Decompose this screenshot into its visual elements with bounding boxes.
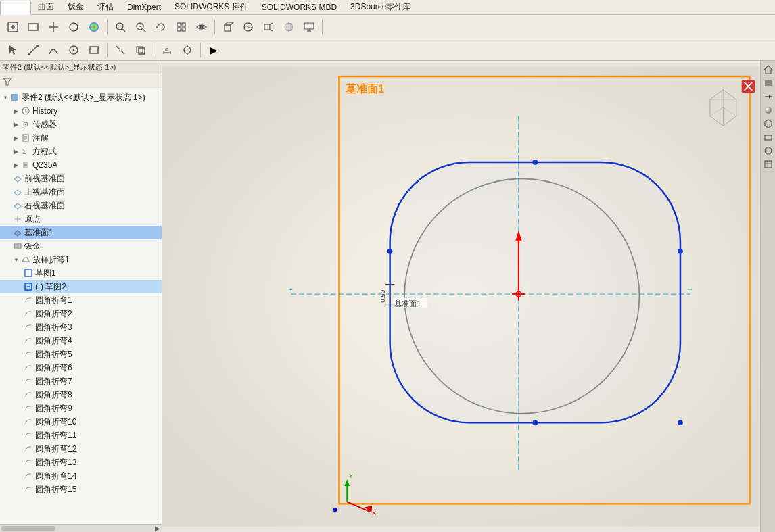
toolbar-rotate-btn[interactable] [151, 18, 170, 37]
menu-item-3dsource[interactable]: 3DSource零件库 [344, 0, 417, 14]
svg-marker-20 [225, 22, 233, 25]
toolbar-display-btn[interactable] [239, 18, 258, 37]
menu-item-banjin[interactable]: 钣金 [61, 0, 91, 14]
svg-point-6 [70, 23, 78, 31]
canvas-area[interactable]: 基准面1 + + [162, 61, 760, 532]
menu-item-sw-mbd[interactable]: SOLIDWORKS MBD [255, 0, 344, 14]
tree-item-bend13[interactable]: 圆角折弯13 [0, 456, 162, 469]
main-viewport[interactable]: 基准面1 + + [162, 61, 760, 532]
toolbar-cube-btn[interactable] [218, 18, 237, 37]
bend4-icon [23, 335, 34, 346]
tree-item-bend11[interactable]: 圆角折弯11 [0, 429, 162, 442]
tree-item-bend10[interactable]: 圆角折弯10 [0, 415, 162, 429]
expand-part[interactable] [1, 93, 9, 101]
expand-sensor[interactable] [12, 120, 20, 128]
scroll-thumb[interactable] [1, 526, 55, 531]
tb2-rect2[interactable] [85, 41, 103, 59]
close-x-button[interactable] [742, 80, 755, 93]
tree-item-history[interactable]: History [0, 104, 162, 118]
tb2-trim[interactable] [111, 41, 130, 59]
part-label: 零件2 (默认<<默认>_显示状态 1>) [22, 92, 145, 103]
tree-item-loft-bend[interactable]: 放样折弯1 [0, 253, 162, 266]
toolbar-sketch-btn[interactable] [3, 18, 22, 37]
toolbar-sphere-btn[interactable] [279, 18, 298, 37]
tree-item-bend5[interactable]: 圆角折弯5 [0, 347, 162, 361]
note-icon [20, 132, 31, 143]
tree-item-bend3[interactable]: 圆角折弯3 [0, 320, 162, 334]
menu-item-qumian[interactable]: 曲面 [31, 0, 61, 14]
tree-item-bend1[interactable]: 圆角折弯1 [0, 293, 162, 307]
tb2-line[interactable] [24, 41, 43, 59]
toolbar-rect-btn[interactable] [24, 18, 43, 37]
svg-line-24 [270, 23, 273, 24]
front-plane-label: 前视基准面 [24, 173, 65, 185]
sketch1-label: 草图1 [35, 268, 56, 279]
tb2-select[interactable] [3, 41, 22, 59]
toolbar-color-btn[interactable] [85, 18, 103, 37]
tb2-smart-dim[interactable]: Ø [158, 41, 177, 59]
toolbar-monitor-btn[interactable] [300, 18, 319, 37]
tree-item-ref-plane1[interactable]: 基准面1 [0, 226, 162, 239]
tree-item-eq[interactable]: Σ 方程式 [0, 145, 162, 158]
svg-point-26 [285, 23, 293, 31]
menu-item-sw-plugin[interactable]: SOLIDWORKS 插件 [168, 0, 255, 14]
expand-loft[interactable] [12, 256, 20, 264]
expand-eq[interactable] [12, 147, 20, 155]
toolbar-section-btn[interactable] [259, 18, 278, 37]
tree-item-sketch1[interactable]: 草图1 [0, 266, 162, 280]
tree-item-bend8[interactable]: 圆角折弯8 [0, 388, 162, 402]
svg-rect-16 [177, 28, 181, 31]
eq-icon: Σ [20, 146, 31, 157]
expand-material[interactable] [12, 161, 20, 169]
tree-item-top-plane[interactable]: 上视基准面 [0, 185, 162, 199]
tree-item-note[interactable]: 注解 [0, 131, 162, 145]
toolbar-view-btn[interactable] [192, 18, 211, 37]
bend10-icon [23, 416, 34, 427]
tb2-more[interactable]: ▶ [204, 41, 223, 59]
tree-item-origin[interactable]: 原点 [0, 212, 162, 226]
expand-note[interactable] [12, 134, 20, 142]
toolbar-zoom-fit-btn[interactable] [131, 18, 150, 37]
feature-tree[interactable]: 零件2 (默认<<默认>_显示状态 1>) History 传感器 [0, 89, 162, 524]
note-label: 注解 [32, 132, 49, 144]
tb2-circle2[interactable] [64, 41, 83, 59]
toolbar-zoom-btn[interactable] [111, 18, 130, 37]
tree-item-bend12[interactable]: 圆角折弯12 [0, 442, 162, 456]
svg-text:Ø: Ø [165, 47, 168, 51]
svg-point-7 [89, 22, 99, 32]
toolbar-circle-btn[interactable] [64, 18, 83, 37]
expand-history[interactable] [12, 107, 20, 115]
tree-item-bend15[interactable]: 圆角折弯15 [0, 483, 162, 496]
tb2-offset[interactable] [131, 41, 150, 59]
menu-item-pinggu[interactable]: 评估 [91, 0, 120, 14]
tree-item-material[interactable]: Q235A [0, 158, 162, 172]
tree-item-sketch2[interactable]: (-) 草图2 [0, 280, 162, 293]
eq-label: 方程式 [32, 146, 57, 158]
tree-item-front-plane[interactable]: 前视基准面 [0, 172, 162, 185]
tree-item-bend9[interactable]: 圆角折弯9 [0, 402, 162, 415]
scroll-right-arrow[interactable]: ▶ [155, 525, 160, 532]
sketch1-icon [23, 268, 34, 279]
tree-item-sensor[interactable]: 传感器 [0, 118, 162, 131]
ctrl-pt-bottom [532, 420, 538, 425]
sketch-label-text: 基准面1 [346, 83, 384, 95]
tree-item-part-root[interactable]: 零件2 (默认<<默认>_显示状态 1>) [0, 91, 162, 104]
menu-item-dimxpert[interactable]: DimXpert [120, 0, 168, 14]
tree-item-right-plane[interactable]: 右视基准面 [0, 199, 162, 212]
left-panel-scrollbar[interactable]: ▶ [0, 524, 162, 532]
ctrl-pt-right-top [678, 249, 683, 254]
tb2-arc[interactable] [44, 41, 63, 59]
main-layout: 零件2 (默认<<默认>_显示状态 1>) 零件2 (默认<<默认>_显示状态 … [0, 61, 775, 532]
tree-item-bend4[interactable]: 圆角折弯4 [0, 334, 162, 347]
toolbar-cross-btn[interactable] [44, 18, 63, 37]
svg-marker-31 [9, 45, 16, 55]
tree-item-bend7[interactable]: 圆角折弯7 [0, 374, 162, 388]
menu-item-caoту[interactable]: 草图 [0, 1, 31, 15]
tree-item-bend6[interactable]: 圆角折弯6 [0, 361, 162, 374]
toolbar-pan-btn[interactable] [172, 18, 191, 37]
tb2-relation[interactable] [178, 41, 197, 59]
tree-item-sheetmetal[interactable]: 钣金 [0, 239, 162, 253]
svg-point-34 [36, 45, 39, 47]
tree-item-bend14[interactable]: 圆角折弯14 [0, 469, 162, 483]
tree-item-bend2[interactable]: 圆角折弯2 [0, 307, 162, 320]
